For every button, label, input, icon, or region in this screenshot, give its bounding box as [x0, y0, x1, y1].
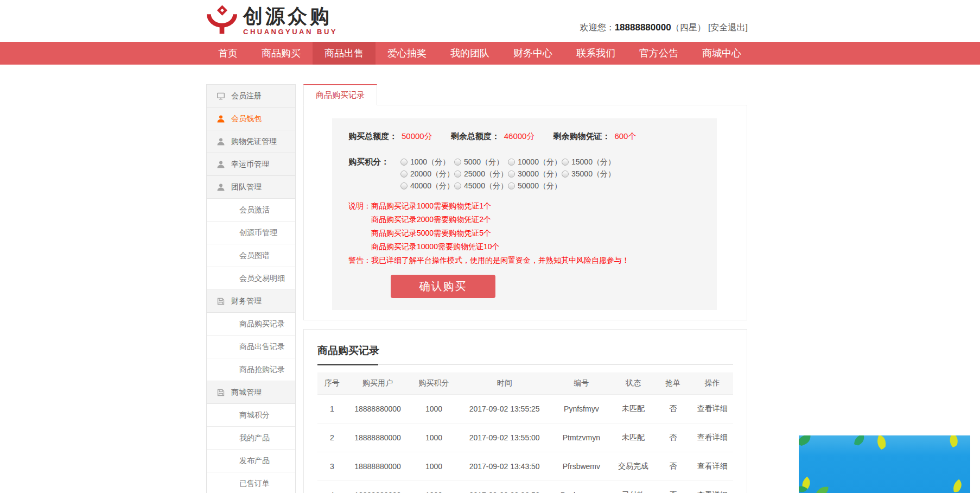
sidebar-item[interactable]: 团队管理 — [207, 176, 295, 199]
table-row: 31888888000010002017-09-02 13:43:50Pfrsb… — [317, 452, 733, 481]
floating-ad-banner[interactable] — [799, 435, 970, 493]
quota-label: 剩余总额度： — [451, 131, 500, 141]
points-radio[interactable] — [508, 170, 515, 178]
points-option[interactable]: 30000（分） — [508, 168, 562, 180]
sidebar-item[interactable]: 我的产品 — [207, 427, 295, 450]
table-cell: Pynfsfmyv — [550, 395, 613, 424]
quota-value: 600个 — [614, 131, 636, 141]
nav-item-8[interactable]: 官方公告 — [627, 42, 690, 65]
points-option-label: 45000（分） — [464, 180, 508, 192]
disk-icon — [217, 297, 225, 306]
sidebar-item-label: 发布产品 — [239, 456, 270, 466]
sidebar-item[interactable]: 发布产品 — [207, 450, 295, 472]
quota-value: 50000分 — [402, 131, 432, 141]
welcome-bar: 欢迎您：18888880000（四星） [安全退出] — [580, 22, 748, 34]
points-radio[interactable] — [508, 182, 515, 189]
sidebar-item[interactable]: 创源币管理 — [207, 222, 295, 244]
sidebar-item[interactable]: 商品抢购记录 — [207, 358, 295, 381]
table-cell: 18888880000 — [347, 395, 409, 424]
points-option-label: 35000（分） — [571, 168, 615, 180]
points-option[interactable]: 5000（分） — [454, 156, 508, 168]
column-header: 购买积分 — [409, 372, 459, 395]
points-radio[interactable] — [454, 170, 461, 178]
sidebar-item-label: 团队管理 — [231, 182, 262, 192]
nav-item-2[interactable]: 商品购买 — [250, 42, 313, 65]
nav-item-3[interactable]: 商品出售 — [313, 42, 376, 65]
tab-purchase-records[interactable]: 商品购买记录 — [303, 84, 377, 105]
user-icon — [217, 137, 225, 146]
sidebar-item[interactable]: 幸运币管理 — [207, 153, 295, 176]
view-detail-link[interactable]: 查看详细 — [691, 481, 733, 493]
note-text: 说明：商品购买记录1000需要购物凭证1个 — [348, 199, 701, 213]
nav-item-5[interactable]: 我的团队 — [438, 42, 501, 65]
nav-item-1[interactable]: 首页 — [206, 42, 250, 65]
sidebar-item[interactable]: 会员交易明细 — [207, 267, 295, 290]
sidebar-item[interactable]: 会员图谱 — [207, 244, 295, 267]
sidebar-item[interactable]: 购物凭证管理 — [207, 130, 295, 153]
sidebar-item[interactable]: 财务管理 — [207, 290, 295, 313]
points-option-label: 30000（分） — [518, 168, 562, 180]
table-cell: 2017-09-02 13:55:25 — [459, 395, 550, 424]
table-cell: 2017-09-02 03:36:52 — [459, 481, 550, 493]
logout-link[interactable]: [安全退出] — [708, 23, 748, 32]
records-table: 序号购买用户购买积分时间编号状态抢单操作 1188888800001000201… — [317, 372, 733, 493]
sidebar-item[interactable]: 会员激活 — [207, 199, 295, 222]
sidebar-item-label: 财务管理 — [231, 296, 262, 306]
sidebar-item-label: 会员钱包 — [231, 114, 262, 124]
points-option[interactable]: 25000（分） — [454, 168, 508, 180]
sidebar-item[interactable]: 已售订单 — [207, 472, 295, 493]
view-detail-link[interactable]: 查看详细 — [691, 452, 733, 481]
view-detail-link[interactable]: 查看详细 — [691, 424, 733, 452]
sidebar-item[interactable]: 商城积分 — [207, 404, 295, 427]
sidebar-item-label: 会员激活 — [239, 205, 270, 215]
nav-item-9[interactable]: 商城中心 — [690, 42, 753, 65]
points-option-label: 50000（分） — [518, 180, 562, 192]
note-text: 商品购买记录10000需要购物凭证10个 — [348, 240, 701, 254]
table-cell: 1000 — [409, 424, 459, 452]
sidebar-item-label: 我的产品 — [239, 433, 270, 443]
leaves-decoration-icon — [799, 435, 970, 493]
sidebar: 会员注册会员钱包购物凭证管理幸运币管理团队管理会员激活创源币管理会员图谱会员交易… — [206, 84, 296, 493]
points-option[interactable]: 15000（分） — [562, 156, 615, 168]
note-text: 商品购买记录2000需要购物凭证2个 — [348, 213, 701, 226]
nav-item-6[interactable]: 财务中心 — [501, 42, 564, 65]
column-header: 时间 — [459, 372, 550, 395]
points-radio[interactable] — [562, 170, 569, 178]
points-option[interactable]: 35000（分） — [562, 168, 615, 180]
sidebar-item[interactable]: 会员注册 — [207, 85, 295, 108]
points-radio[interactable] — [400, 182, 408, 189]
sidebar-item[interactable]: 商品购买记录 — [207, 313, 295, 336]
points-radio[interactable] — [454, 159, 461, 166]
sidebar-item[interactable]: 商品出售记录 — [207, 336, 295, 358]
user-icon — [217, 183, 225, 192]
nav-item-7[interactable]: 联系我们 — [564, 42, 627, 65]
records-header-row: 序号购买用户购买积分时间编号状态抢单操作 — [317, 372, 733, 395]
table-cell: 2 — [317, 424, 347, 452]
points-option[interactable]: 20000（分） — [400, 168, 454, 180]
points-radio[interactable] — [454, 182, 461, 189]
points-option[interactable]: 50000（分） — [508, 180, 562, 192]
points-option-label: 20000（分） — [410, 168, 454, 180]
points-radio[interactable] — [562, 159, 569, 166]
confirm-purchase-button[interactable]: 确认购买 — [391, 275, 495, 298]
points-option[interactable]: 10000（分） — [508, 156, 562, 168]
records-title: 商品购买记录 — [317, 344, 733, 365]
view-detail-link[interactable]: 查看详细 — [691, 395, 733, 424]
warning-text: 警告：我已详细了解平台操作模式，使用的是闲置资金，并熟知其中风险自愿参与！ — [348, 254, 701, 267]
nav-item-4[interactable]: 爱心抽奖 — [376, 42, 438, 65]
points-radio[interactable] — [508, 159, 515, 166]
sidebar-item[interactable]: 会员钱包 — [207, 108, 295, 130]
points-option[interactable]: 40000（分） — [400, 180, 454, 192]
sidebar-item-label: 购物凭证管理 — [231, 137, 277, 147]
points-option[interactable]: 45000（分） — [454, 180, 508, 192]
table-cell: 18888880000 — [347, 424, 409, 452]
sidebar-item[interactable]: 商城管理 — [207, 381, 295, 404]
sidebar-item-label: 商品出售记录 — [239, 342, 285, 352]
points-option[interactable]: 1000（分） — [400, 156, 454, 168]
points-radio[interactable] — [400, 159, 408, 166]
points-label: 购买积分： — [348, 157, 400, 192]
table-cell: 否 — [654, 424, 691, 452]
logo-icon — [206, 5, 238, 37]
points-section: 购买积分： 1000（分）5000（分）10000（分）15000（分）2000… — [348, 156, 701, 192]
points-radio[interactable] — [400, 170, 408, 178]
